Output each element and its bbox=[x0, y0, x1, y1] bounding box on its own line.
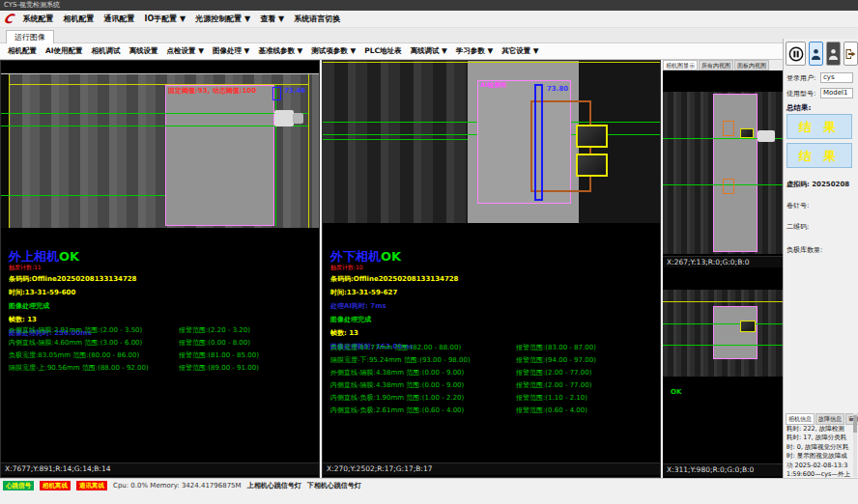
log-scrollbar[interactable] bbox=[853, 413, 857, 477]
pause-button[interactable] bbox=[786, 42, 806, 66]
time-text: 时间:13-31-59-627 bbox=[330, 288, 635, 297]
measure-line-green bbox=[1, 113, 308, 114]
tab-strip: 运行图像 bbox=[0, 28, 858, 43]
menu-io-config[interactable]: IO手配置 ▼ bbox=[145, 14, 186, 24]
qr-code-label: 二维码: bbox=[786, 222, 809, 232]
login-user-button[interactable] bbox=[809, 42, 823, 66]
login-user-label: 登录用户: bbox=[786, 73, 815, 83]
barcode-text: 条码码:Offline20250208133134728 bbox=[330, 274, 635, 284]
cpu-memory-readout: Cpu: 0.0% Memory: 3424.41796875M bbox=[113, 481, 242, 490]
tool-spot-check[interactable]: 点检设置 ▼ bbox=[167, 46, 204, 56]
measurement-row: 负极宽度:83.77mm 范围:(82.00 - 88.00)报警范围:(83.… bbox=[330, 341, 638, 353]
menu-view[interactable]: 查看 ▼ bbox=[260, 14, 284, 24]
exit-button[interactable] bbox=[844, 42, 858, 66]
camera-result-line: 外下相机OK bbox=[330, 250, 635, 264]
measure-line-green bbox=[663, 345, 783, 346]
alarm-range: 报警范围:(2.00 - 77.00) bbox=[516, 380, 591, 390]
tool-ai-usage[interactable]: AI使用配置 bbox=[45, 46, 83, 56]
tool-plc-address[interactable]: PLC地址表 bbox=[364, 46, 401, 56]
alarm-range: 报警范围:(83.00 - 87.00) bbox=[516, 343, 596, 352]
tool-baseline-params[interactable]: 基准线参数 ▼ bbox=[258, 46, 302, 56]
camera-result-line: 外上相机OK bbox=[9, 250, 313, 264]
menu-comm-config[interactable]: 通讯配置 bbox=[104, 14, 135, 24]
tab-all-inner-views[interactable]: 所有内视图 bbox=[699, 60, 733, 70]
tool-other-settings[interactable]: 其它设置 ▼ bbox=[501, 46, 538, 56]
measurement-row: 内侧直线-隔膜:4.60mm 范围:(3.00 - 6.00)报警范围:(0.0… bbox=[9, 336, 316, 349]
needle-number-label: 卷针号: bbox=[786, 201, 809, 210]
measurement-value: 内侧直线-负极:1.90mm 范围:(1.00 - 2.20) bbox=[330, 393, 516, 403]
camera-status: OK bbox=[381, 249, 401, 264]
yellow-guide-line bbox=[308, 74, 309, 228]
tool-test-params[interactable]: 测试项参数 ▼ bbox=[311, 46, 356, 56]
ai-roi-label: AI检测框 bbox=[480, 81, 506, 90]
alarm-range: 报警范围:(2.00 - 77.00) bbox=[516, 368, 591, 378]
left-camera-image[interactable]: 73.46 固定阈值:93, 动态阈值:100 bbox=[1, 73, 319, 228]
alarm-range: 报警范围:(1.10 - 2.10) bbox=[516, 393, 587, 403]
measurement-value: 负极宽度:83.77mm 范围:(82.00 - 88.00) bbox=[330, 343, 516, 352]
connector-tip bbox=[293, 113, 303, 124]
threshold-overlay-text: 固定阈值:93, 动态阈值:100 bbox=[168, 86, 256, 96]
time-text: 时间:13-31-59-600 bbox=[9, 288, 313, 297]
measurement-value: 内侧直线-隔膜:4.38mm 范围:(0.00 - 9.00) bbox=[330, 380, 516, 390]
roi-strip-pink bbox=[713, 94, 758, 252]
tab-camera-info[interactable]: 相机信息 bbox=[786, 413, 815, 425]
process-done-text: 图像处理完成 bbox=[9, 301, 313, 311]
center-pixel-coordinates: X:270;Y:2502;R:17;G:17;B:17 bbox=[323, 462, 660, 475]
left-camera-view: 73.46 固定阈值:93, 动态阈值:100 外上相机OK 触发计数:11 条… bbox=[0, 60, 320, 478]
tab-run-image[interactable]: 运行图像 bbox=[6, 30, 54, 43]
measurement-value: 隔膜宽度-下:95.24mm 范围:(93.00 - 98.00) bbox=[330, 355, 516, 365]
scrollbar-thumb[interactable] bbox=[853, 415, 857, 433]
measurement-value: 外侧直线-隔膜:4.38mm 范围:(0.00 - 9.00) bbox=[330, 368, 516, 378]
measurement-row: 内侧直线-负极:2.61mm 范围:(0.60 - 4.00)报警范围:(0.6… bbox=[330, 404, 638, 416]
measurement-value: 内侧直线-负极:2.61mm 范围:(0.60 - 4.00) bbox=[330, 406, 516, 415]
tab-camera-display[interactable]: 相机图显示 bbox=[663, 60, 698, 70]
side-panel: 登录用户: cys 使用型号: Model1 总结果: 结 果 结 果 虚拟码:… bbox=[783, 39, 858, 478]
tool-offline-setting[interactable]: 离线设置 bbox=[129, 46, 158, 56]
menu-system-config[interactable]: 系统配置 bbox=[23, 14, 54, 24]
small-camera-view-bottom[interactable]: OK bbox=[663, 267, 783, 463]
tab-panel-inner-views[interactable]: 面板内视图 bbox=[734, 60, 769, 70]
left-measurements: 外侧直线-隔膜:2.91mm 范围:(2.00 - 3.50)报警范围:(2.2… bbox=[9, 323, 316, 374]
toolbar: 相机配置 AI使用配置 相机调试 离线设置 点检设置 ▼ 图像处理 ▼ 基准线参… bbox=[0, 43, 783, 60]
user-manage-button[interactable] bbox=[826, 42, 841, 66]
menu-language-switch[interactable]: 系统语言切换 bbox=[294, 14, 340, 24]
tool-offline-debug[interactable]: 离线调试 ▼ bbox=[410, 46, 446, 56]
tool-camera-config[interactable]: 相机配置 bbox=[8, 46, 37, 56]
right-views-tabs: 相机图显示 所有内视图 面板内视图 bbox=[663, 60, 783, 70]
tab-fault-info[interactable]: 故障信息 bbox=[815, 413, 844, 425]
app-logo-icon: C bbox=[2, 12, 14, 26]
small-camera-view-top[interactable] bbox=[663, 70, 783, 256]
center-camera-image[interactable]: AI检测框 73.80 bbox=[323, 61, 660, 223]
menu-light-config[interactable]: 光源控制配置 ▼ bbox=[195, 14, 250, 24]
blue-marker-box bbox=[272, 87, 281, 100]
image-dark-edge bbox=[1, 74, 9, 228]
tool-learn-params[interactable]: 学习参数 ▼ bbox=[456, 46, 493, 56]
roi-box-orange bbox=[723, 121, 734, 136]
measurement-row: 负极宽度:83.05mm 范围:(80.00 - 86.00)报警范围:(81.… bbox=[9, 349, 316, 361]
total-result-label: 总结果: bbox=[786, 103, 812, 113]
alarm-range: 报警范围:(89.00 - 91.00) bbox=[179, 363, 259, 373]
measure-line-green bbox=[663, 323, 783, 324]
tool-image-process[interactable]: 图像处理 ▼ bbox=[213, 46, 249, 56]
blue-marker-label: 73.46 bbox=[284, 87, 305, 95]
trigger-info: 触发计数:11 bbox=[9, 264, 313, 270]
measurement-value: 内侧直线-隔膜:4.60mm 范围:(3.00 - 6.00) bbox=[9, 338, 179, 348]
model-value[interactable]: Model1 bbox=[820, 88, 853, 98]
result-box-2: 结 果 bbox=[786, 143, 852, 168]
menu-camera-config[interactable]: 相机配置 bbox=[64, 14, 95, 24]
result-box-1: 结 果 bbox=[786, 114, 852, 139]
roi-box-orange bbox=[723, 179, 734, 194]
menu-bar: C 系统配置 相机配置 通讯配置 IO手配置 ▼ 光源控制配置 ▼ 查看 ▼ 系… bbox=[0, 11, 858, 28]
window-titlebar: CYS-视觉检测系统 bbox=[0, 0, 858, 11]
virtual-code: 虚拟码: 20250208 bbox=[786, 180, 849, 189]
login-user-value[interactable]: cys bbox=[820, 72, 853, 83]
alarm-range: 报警范围:(94.00 - 97.00) bbox=[516, 355, 596, 365]
right-views-column: 相机图显示 所有内视图 面板内视图 X:267;Y:13;R:0;G:0;B:0 bbox=[663, 60, 783, 478]
yellow-guide-line bbox=[9, 74, 10, 228]
status-bar: 心跳信号 相机离线 通讯离线 Cpu: 0.0% Memory: 3424.41… bbox=[0, 478, 858, 504]
exit-door-icon bbox=[844, 47, 857, 61]
measure-line-green bbox=[1, 195, 165, 196]
measure-line-green bbox=[1, 126, 308, 126]
tool-camera-debug[interactable]: 相机调试 bbox=[92, 46, 121, 56]
small-camera-image bbox=[663, 92, 783, 254]
